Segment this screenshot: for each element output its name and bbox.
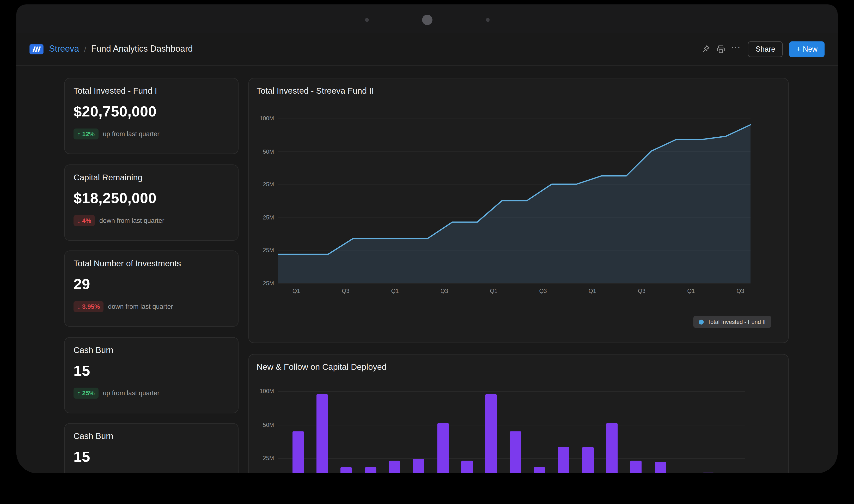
stat-value: $20,750,000	[73, 104, 229, 120]
x-tick-label: Q3	[436, 287, 452, 294]
delta-note: up from last quarter	[103, 130, 159, 138]
bar	[534, 467, 546, 473]
app-window: Streeva / Fund Analytics Dashboard	[16, 4, 838, 473]
chart-legend[interactable]: Total Invested - Fund II	[693, 316, 771, 328]
bar	[292, 431, 304, 473]
delta-badge: ↓3.95%	[73, 301, 104, 312]
x-tick-label: Q1	[486, 287, 502, 294]
bar	[340, 467, 352, 473]
chart-title: New & Follow on Capital Deployed	[256, 362, 387, 372]
pin-icon[interactable]	[698, 41, 713, 57]
app-header: Streeva / Fund Analytics Dashboard	[16, 33, 838, 66]
breadcrumb-brand[interactable]: Streeva	[49, 44, 79, 54]
area-fill	[278, 125, 750, 283]
bar	[389, 461, 401, 473]
bar-chart-card: New & Follow on Capital Deployed 100M50M…	[248, 354, 789, 473]
y-tick-label: 25M	[249, 214, 274, 221]
bar	[510, 431, 521, 473]
stat-value: 29	[73, 276, 229, 293]
arrow-down-icon: ↓	[77, 217, 81, 224]
stat-delta-row: ↑25% up from last quarter	[73, 388, 229, 399]
slide-indicators	[16, 4, 838, 35]
y-tick-label: 50M	[249, 147, 274, 155]
bar	[364, 467, 376, 473]
more-icon[interactable]: ⋯	[728, 40, 744, 58]
arrow-up-icon: ↑	[77, 390, 81, 396]
stat-delta-row: ↑12% up from last quarter	[73, 128, 229, 139]
stat-title: Cash Burn	[73, 431, 229, 441]
delta-badge: ↑12%	[73, 128, 99, 139]
line-chart-card: Total Invested - Streeva Fund II Total I…	[248, 78, 789, 343]
slide-dot[interactable]	[364, 18, 368, 22]
line-chart-plot	[278, 118, 750, 283]
stat-value: $18,250,000	[73, 190, 229, 207]
dashboard-content: Total Invested - Fund I $20,750,000 ↑12%…	[16, 66, 838, 473]
breadcrumb-separator: /	[84, 44, 86, 54]
bar	[582, 447, 594, 473]
slide-dot[interactable]	[486, 18, 490, 22]
bar	[630, 461, 642, 473]
y-tick-label: 100M	[249, 387, 274, 395]
streeva-logo-icon	[29, 44, 43, 54]
stat-card-capital-remaining: Capital Remaining $18,250,000 ↓4% down f…	[64, 164, 239, 241]
y-tick-label: 50M	[249, 421, 274, 428]
stat-title: Cash Burn	[73, 345, 229, 355]
legend-marker-icon	[699, 319, 704, 324]
stat-card-cash-burn-2: Cash Burn 15	[64, 423, 239, 473]
x-tick-label: Q3	[535, 287, 551, 294]
stat-card-cash-burn: Cash Burn 15 ↑25% up from last quarter	[64, 337, 239, 413]
stat-delta-row: ↓3.95% down from last quarter	[73, 301, 229, 312]
new-button[interactable]: + New	[789, 41, 825, 57]
print-icon[interactable]	[713, 41, 728, 57]
x-tick-label: Q3	[634, 287, 650, 294]
bar	[655, 462, 666, 473]
stat-title: Capital Remaining	[73, 173, 229, 182]
gridline	[278, 425, 745, 425]
bar	[558, 447, 569, 473]
slide-dot-active[interactable]	[422, 14, 432, 25]
stat-delta-row: ↓4% down from last quarter	[73, 215, 229, 226]
arrow-down-icon: ↓	[77, 303, 81, 310]
share-button[interactable]: Share	[748, 41, 783, 57]
chart-title: Total Invested - Streeva Fund II	[256, 86, 374, 96]
stat-card-total-investments: Total Number of Investments 29 ↓3.95% do…	[64, 250, 239, 327]
stat-title: Total Number of Investments	[73, 258, 229, 268]
delta-percent: 12%	[82, 131, 95, 137]
y-tick-label: 25M	[249, 454, 274, 462]
bar	[316, 394, 328, 473]
x-tick-label: Q1	[584, 287, 601, 294]
screenshot-canvas: Streeva / Fund Analytics Dashboard	[0, 0, 854, 504]
delta-percent: 4%	[82, 217, 91, 224]
arrow-up-icon: ↑	[77, 131, 81, 137]
x-tick-label: Q3	[337, 287, 354, 294]
x-tick-label: Q1	[288, 287, 304, 294]
delta-note: down from last quarter	[108, 303, 173, 310]
bar	[606, 423, 618, 473]
y-tick-label: 25M	[249, 279, 274, 287]
y-tick-label: 25M	[249, 180, 274, 188]
delta-note: down from last quarter	[100, 217, 164, 224]
delta-badge: ↓4%	[73, 215, 95, 226]
x-tick-label: Q1	[387, 287, 403, 294]
delta-badge: ↑25%	[73, 388, 99, 399]
x-tick-label: Q3	[732, 287, 749, 294]
bar	[485, 394, 497, 473]
delta-percent: 3.95%	[82, 303, 100, 310]
gridline	[278, 391, 745, 391]
bar	[461, 461, 473, 473]
delta-note: up from last quarter	[103, 390, 159, 397]
delta-percent: 25%	[82, 390, 95, 396]
y-tick-label: 25M	[249, 246, 274, 254]
stat-title: Total Invested - Fund I	[73, 86, 229, 96]
bar	[703, 473, 714, 473]
page-title: Fund Analytics Dashboard	[91, 44, 193, 54]
bar	[437, 423, 449, 473]
x-tick-label: Q1	[683, 287, 699, 294]
legend-label: Total Invested - Fund II	[708, 319, 766, 325]
stat-value: 15	[73, 363, 229, 379]
bar	[413, 459, 425, 473]
y-tick-label: 100M	[249, 114, 274, 122]
stat-card-total-invested-fund1: Total Invested - Fund I $20,750,000 ↑12%…	[64, 78, 239, 154]
stat-value: 15	[73, 449, 229, 466]
